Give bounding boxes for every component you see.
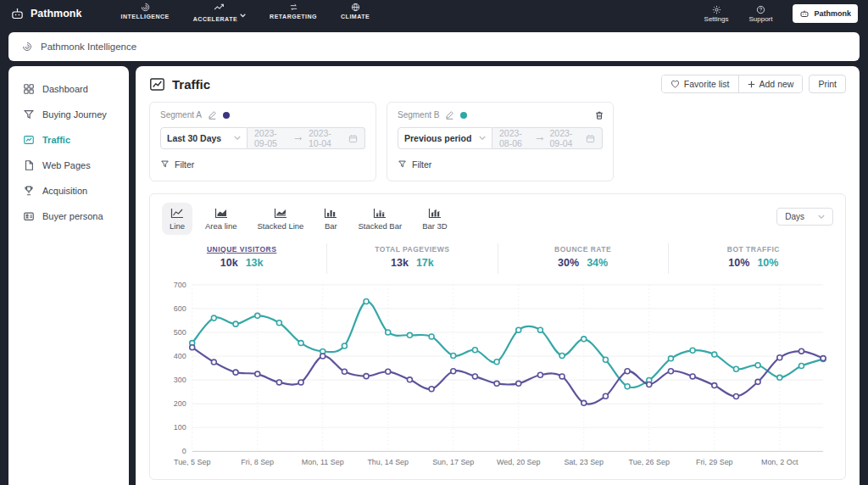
edit-pencil-icon[interactable] <box>208 110 217 120</box>
segment-cards: Segment A Last 30 Days 2023-09-05 <box>149 102 846 181</box>
sidebar-item-traffic[interactable]: Traffic <box>8 127 129 153</box>
tab-bar-3d[interactable]: Bar 3D <box>415 203 455 235</box>
account-badge[interactable]: Pathmonk <box>793 4 858 23</box>
segment-a-card: Segment A Last 30 Days 2023-09-05 <box>149 102 376 181</box>
sidebar-item-label: Acquisition <box>42 186 87 196</box>
sidebar: Dashboard Buying Journey Traffic Web Pag… <box>8 66 129 485</box>
metric-value-segment-b: 13k <box>246 257 264 269</box>
svg-text:100: 100 <box>174 423 186 432</box>
support-label: Support <box>748 15 772 23</box>
metric-value-segment-a: 10k <box>220 257 238 269</box>
segment-b-period-value: Previous period <box>404 133 471 143</box>
svg-text:Tue, 5 Sep: Tue, 5 Sep <box>174 458 210 466</box>
sidebar-item-dashboard[interactable]: Dashboard <box>8 76 129 102</box>
trophy-icon <box>23 185 35 197</box>
segment-b-card: Segment B Previous period <box>387 102 614 181</box>
segment-b-date-range[interactable]: 2023-08-06 2023-09-04 <box>492 127 603 149</box>
metric-label: UNIQUE VISITORS <box>157 245 326 254</box>
id-card-icon <box>23 210 35 222</box>
metric-value-segment-a: 30% <box>558 257 579 269</box>
heart-icon <box>670 80 680 88</box>
intelligence-swirl-icon <box>141 3 150 12</box>
add-new-button[interactable]: Add new <box>738 75 803 92</box>
tab-label: Stacked Bar <box>358 221 402 231</box>
metric-value-segment-b: 10% <box>757 257 778 269</box>
segment-b-period-select[interactable]: Previous period <box>398 127 492 149</box>
svg-text:600: 600 <box>174 304 186 313</box>
segment-a-filter-button[interactable]: Filter <box>160 159 194 170</box>
segment-a-controls: Last 30 Days 2023-09-05 2023-10-04 <box>160 127 365 149</box>
svg-text:200: 200 <box>174 399 186 408</box>
svg-text:700: 700 <box>174 281 186 289</box>
funnel-icon <box>398 159 407 169</box>
traffic-line-chart: 0100200300400500600700Tue, 5 SepFri, 8 S… <box>157 276 838 477</box>
nav-item-climate[interactable]: CLIMATE <box>341 3 370 25</box>
page-title-text: Traffic <box>172 77 210 92</box>
bar-3d-icon <box>428 208 442 219</box>
nav-item-accelerate[interactable]: ACCELERATE <box>193 3 246 25</box>
support-button[interactable]: Support <box>748 5 772 23</box>
settings-button[interactable]: Settings <box>704 5 729 23</box>
segment-b-filter-button[interactable]: Filter <box>398 159 431 170</box>
edit-pencil-icon[interactable] <box>445 110 454 120</box>
segment-a-color-dot <box>223 112 230 119</box>
sidebar-item-buyer-persona[interactable]: Buyer persona <box>8 203 129 229</box>
sidebar-item-buying-journey[interactable]: Buying Journey <box>8 102 129 127</box>
favorite-list-label: Favorite list <box>684 79 730 89</box>
calendar-icon <box>348 134 358 143</box>
metric-unique-visitors[interactable]: UNIQUE VISITORS 10k13k <box>157 243 326 274</box>
nav-label: CLIMATE <box>341 14 370 20</box>
metrics-row: UNIQUE VISITORS 10k13k TOTAL PAGEVIEWS 1… <box>157 243 838 274</box>
tab-label: Bar 3D <box>422 221 448 231</box>
favorite-list-button[interactable]: Favorite list <box>662 75 738 92</box>
robot-logo-icon <box>10 7 25 21</box>
trash-icon <box>594 110 604 120</box>
header-actions: Favorite list Add new Print <box>661 75 846 93</box>
svg-text:Wed, 20 Sep: Wed, 20 Sep <box>497 458 540 466</box>
tab-area-line[interactable]: Area line <box>198 203 245 235</box>
metric-total-pageviews[interactable]: TOTAL PAGEVIEWS 13k17k <box>326 243 497 274</box>
tab-bar[interactable]: Bar <box>316 203 345 235</box>
funnel-icon <box>23 109 35 120</box>
arrow-right-icon <box>536 136 544 142</box>
nav-item-intelligence[interactable]: INTELLIGENCE <box>120 3 169 25</box>
tab-label: Stacked Line <box>257 221 303 231</box>
header-button-group: Favorite list Add new <box>661 75 804 93</box>
page-header: Traffic Favorite list Add new <box>149 75 846 93</box>
breadcrumb: Pathmonk Intelligence <box>8 32 860 61</box>
sidebar-item-acquisition[interactable]: Acquisition <box>8 178 129 203</box>
sidebar-item-web-pages[interactable]: Web Pages <box>8 153 129 178</box>
metric-bot-traffic[interactable]: BOT TRAFFIC 10%10% <box>668 243 838 274</box>
metric-value-segment-a: 13k <box>391 257 409 269</box>
segment-b-controls: Previous period 2023-08-06 2023-09-04 <box>398 127 603 149</box>
segment-b-header: Segment B <box>398 110 603 120</box>
metric-bounce-rate[interactable]: BOUNCE RATE 30%34% <box>498 243 668 274</box>
interval-select[interactable]: Days <box>776 208 833 226</box>
stacked-area-icon <box>274 208 287 219</box>
sidebar-item-label: Web Pages <box>42 160 91 170</box>
area-chart-icon <box>214 208 228 219</box>
segment-a-period-select[interactable]: Last 30 Days <box>160 127 248 149</box>
brand-logo[interactable]: Pathmonk <box>10 7 81 21</box>
tab-line[interactable]: Line <box>162 203 192 235</box>
metric-label: TOTAL PAGEVIEWS <box>327 245 497 254</box>
stacked-bar-icon <box>373 208 387 219</box>
tab-stacked-bar[interactable]: Stacked Bar <box>350 203 409 235</box>
calendar-icon <box>586 134 595 143</box>
delete-segment-button[interactable] <box>594 110 604 120</box>
segment-a-date-range[interactable]: 2023-09-05 2023-10-04 <box>248 127 365 149</box>
chart-type-tabbar: Line Area line Stacked Line <box>157 201 838 240</box>
tab-stacked-line[interactable]: Stacked Line <box>249 203 311 235</box>
metric-value-segment-a: 10% <box>728 257 749 269</box>
svg-text:Tue, 26 Sep: Tue, 26 Sep <box>629 458 670 466</box>
settings-label: Settings <box>704 15 729 23</box>
segment-a-header: Segment A <box>160 110 365 120</box>
nav-label: INTELLIGENCE <box>120 14 169 20</box>
print-button[interactable]: Print <box>809 75 846 93</box>
nav-item-retargeting[interactable]: RETARGETING <box>270 3 317 25</box>
trend-up-icon <box>214 3 225 12</box>
interval-select-value: Days <box>785 212 804 221</box>
segment-b-date-to: 2023-09-04 <box>550 128 581 148</box>
chevron-down-icon <box>818 215 825 220</box>
add-new-label: Add new <box>760 79 794 89</box>
